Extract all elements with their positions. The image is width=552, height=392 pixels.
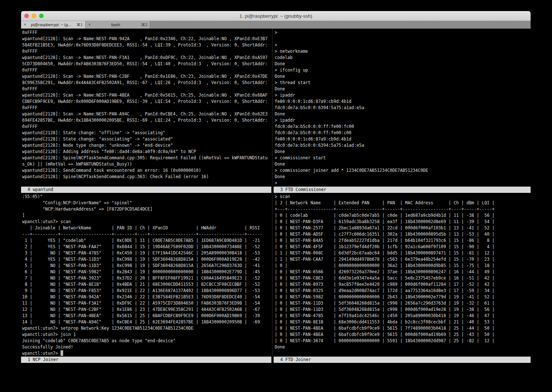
traffic-lights <box>21 14 44 18</box>
tab-label: pi@raspberrypi: ~ (g... <box>28 22 74 27</box>
window-titlebar[interactable]: 1. pi@raspberrypi: ~ (gnubby-ssh) <box>21 11 531 21</box>
vertical-pane-divider[interactable] <box>271 29 274 187</box>
tmux-session: 0xFFFF wpantund[2128]: Scan -> Name:NEST… <box>21 29 531 382</box>
pane-ftd-commissioner-output[interactable]: > > > networkname codelab Done > ifconfi… <box>274 29 531 187</box>
tab-bash[interactable]: × bash ⌘2 <box>86 21 150 28</box>
pane-ftd-joiner-output[interactable]: > scan | J | Network Name | Extended PAN… <box>274 193 531 357</box>
pane-title-row-top: 0 wpantund 3 FTD Commissioner <box>21 187 531 193</box>
terminal-window: 1. pi@raspberrypi: ~ (gnubby-ssh) × pi@r… <box>21 11 531 382</box>
tab-label: bash <box>93 22 139 27</box>
pane-title-gap <box>271 357 274 363</box>
zoom-window-button[interactable] <box>39 14 44 18</box>
pane-ncp-joiner[interactable]: :55:05)" "Config:NCP:DriverName" => "spi… <box>21 193 271 357</box>
tab-ssh-session[interactable]: × pi@raspberrypi: ~ (g... ⌘1 <box>21 21 86 28</box>
tab-shortcut: ⌘1 <box>74 22 83 27</box>
terminal-cursor <box>61 350 63 356</box>
pane-title-ncp-joiner: 1 NCP Joiner <box>21 357 271 363</box>
terminal-empty-area <box>21 363 531 382</box>
pane-title-ftd-joiner: 4 FTD Joiner <box>274 357 531 363</box>
pane-title-ftd-commissioner: 3 FTD Commissioner <box>274 187 531 193</box>
pane-ncp-joiner-output[interactable]: :55:05)" "Config:NCP:DriverName" => "spi… <box>21 193 271 357</box>
close-tab-icon[interactable]: × <box>24 22 28 27</box>
desktop-background: 1. pi@raspberrypi: ~ (gnubby-ssh) × pi@r… <box>0 0 552 392</box>
vertical-pane-divider[interactable] <box>271 193 274 357</box>
minimize-window-button[interactable] <box>32 14 36 18</box>
window-title: 1. pi@raspberrypi: ~ (gnubby-ssh) <box>21 13 531 19</box>
tab-bar-empty-area <box>150 21 531 28</box>
pane-wpantund-output[interactable]: 0xFFFF wpantund[2128]: Scan -> Name:NEST… <box>21 29 271 187</box>
tab-shortcut: ⌘2 <box>139 22 147 27</box>
close-window-button[interactable] <box>24 14 29 18</box>
tab-bar: × pi@raspberrypi: ~ (g... ⌘1 × bash ⌘2 <box>21 21 531 29</box>
pane-title-wpantund: 0 wpantund <box>21 187 271 193</box>
pane-title-row-bottom: 1 NCP Joiner 4 FTD Joiner <box>21 357 531 363</box>
close-tab-icon[interactable]: × <box>88 22 93 27</box>
pane-title-gap <box>271 187 274 193</box>
